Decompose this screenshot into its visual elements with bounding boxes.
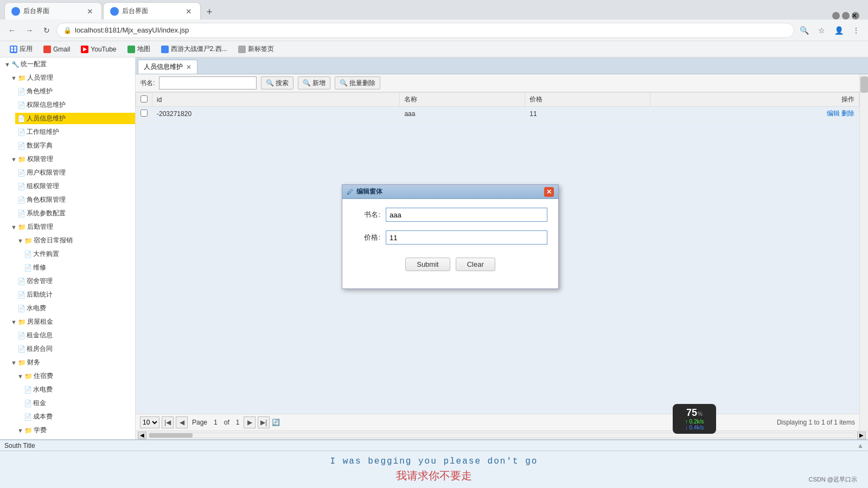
last-page-btn[interactable]: ▶| <box>258 416 270 428</box>
status-bar: South Title ▲ I was begging you please d… <box>0 439 868 488</box>
cell-id: -203271820 <box>152 107 400 121</box>
refresh-btn[interactable]: 🔄 <box>272 419 280 426</box>
sidebar-item-sys-params[interactable]: 📄 系统参数配置 <box>15 207 135 220</box>
sidebar-item-personnel-mgmt[interactable]: ▼ 📁 人员管理 <box>9 71 135 85</box>
select-all-checkbox[interactable] <box>141 95 148 102</box>
sidebar-group-personnel: ▼ 📁 人员管理 📄 角色维护 📄 <box>2 71 135 152</box>
delete-button[interactable]: 🔍 批量删除 <box>335 76 380 89</box>
browser-tab-2[interactable]: 后台界面 ✕ <box>103 2 201 20</box>
sidebar-item-tuition[interactable]: ▼ 📁 学费 <box>15 423 135 437</box>
search-input[interactable] <box>159 76 257 89</box>
sidebar-item-data-dict[interactable]: 📄 数据字典 <box>15 139 135 152</box>
nav-reload-button[interactable]: ↻ <box>39 23 54 38</box>
address-bar[interactable]: 🔒 localhost:8181/Mjx_easyUI/index.jsp <box>56 23 794 38</box>
nav-bookmark-button[interactable]: ☆ <box>814 23 829 38</box>
file-icon-18: 📄 <box>24 400 32 407</box>
sidebar-item-logistics[interactable]: ▼ 📁 后勤管理 <box>9 220 135 234</box>
delete-btn-label: 批量删除 <box>349 79 375 88</box>
status-collapse-btn[interactable]: ▲ <box>857 442 864 450</box>
page-size-select[interactable]: 10 20 50 <box>140 416 159 428</box>
search-button[interactable]: 🔍 搜索 <box>261 76 293 89</box>
upload-speed: ↑ 0.2k/s <box>685 419 704 425</box>
clear-button[interactable]: Clear <box>456 258 495 271</box>
nav-back-button[interactable]: ← <box>4 23 20 38</box>
sidebar-item-accommodation[interactable]: ▼ 📁 住宿费 <box>15 369 135 383</box>
row-checkbox[interactable] <box>141 110 148 117</box>
content-tab-personnel[interactable]: 人员信息维护 ✕ <box>138 60 197 74</box>
sidebar-item-rent-contract[interactable]: 📄 租房合同 <box>15 342 135 356</box>
modal-close-button[interactable]: ✕ <box>544 187 554 197</box>
browser-tab-1[interactable]: 后台界面 ✕ <box>4 2 102 20</box>
form-input-bookname[interactable] <box>386 208 547 222</box>
sidebar-item-workgroup-maint[interactable]: 📄 工作组维护 <box>15 125 135 139</box>
sidebar-item-unified[interactable]: ▼ 🔧 统一配置 <box>2 57 135 71</box>
bookmark-game-label: 西游大战僵尸2.西... <box>171 44 227 54</box>
sidebar: ▼ 🔧 统一配置 ▼ 📁 人员管理 📄 <box>0 57 136 439</box>
bookmark-newtab[interactable]: 新标签页 <box>235 43 277 55</box>
tab-close-2[interactable]: ✕ <box>184 7 194 16</box>
window-close[interactable]: ✕ <box>852 12 859 20</box>
vertical-scrollbar[interactable] <box>859 74 868 431</box>
gmail-icon <box>43 46 51 53</box>
sidebar-item-large-purchase[interactable]: 📄 大件购置 <box>22 247 135 261</box>
window-maximize[interactable] <box>842 12 850 20</box>
scroll-left-btn[interactable]: ◀ <box>138 432 146 439</box>
sidebar-item-user-perm[interactable]: 📄 用户权限管理 <box>15 166 135 179</box>
file-icon-9: 📄 <box>17 210 25 217</box>
bookmark-game[interactable]: 西游大战僵尸2.西... <box>158 43 231 55</box>
header-name: 名称 <box>400 93 525 107</box>
sidebar-item-repair[interactable]: 📄 维修 <box>22 261 135 274</box>
file-icon-5: 📄 <box>17 142 25 150</box>
file-icon-13: 📄 <box>17 291 25 299</box>
bookmark-gmail[interactable]: Gmail <box>40 44 73 54</box>
sidebar-item-logistics-stats[interactable]: 📄 后勤统计 <box>15 288 135 301</box>
prev-page-btn[interactable]: ◀ <box>176 416 188 428</box>
sidebar-item-permission-maint[interactable]: 📄 权限信息维护 <box>15 98 135 112</box>
next-page-btn[interactable]: ▶ <box>244 416 256 428</box>
sidebar-item-role-maint[interactable]: 📄 角色维护 <box>15 85 135 98</box>
sidebar-item-finance[interactable]: ▼ 📁 财务 <box>9 356 135 369</box>
search-btn-label: 搜索 <box>276 79 289 88</box>
bookmark-maps[interactable]: 地图 <box>124 43 154 55</box>
submit-button[interactable]: Submit <box>405 258 450 271</box>
horizontal-scrollbar[interactable]: ◀ ▶ <box>136 431 868 439</box>
sidebar-item-role-perm[interactable]: 📄 角色权限管理 <box>15 193 135 207</box>
sidebar-item-rent-info[interactable]: 📄 租金信息 <box>15 329 135 342</box>
sidebar-item-perm-mgmt[interactable]: ▼ 📁 权限管理 <box>9 152 135 166</box>
sidebar-item-dorm-daily[interactable]: ▼ 📁 宿舍日常报销 <box>15 234 135 247</box>
bookmark-apps[interactable]: 应用 <box>7 43 36 55</box>
scroll-track[interactable] <box>149 433 855 438</box>
bookmark-youtube[interactable]: YouTube <box>78 44 119 54</box>
scroll-right-btn[interactable]: ▶ <box>857 432 866 439</box>
window-minimize[interactable] <box>832 12 840 20</box>
folder-logistics-icon: 📁 <box>18 223 26 231</box>
sidebar-item-rent-fee[interactable]: 📄 租金 <box>22 396 135 410</box>
total-pages: 1 <box>236 419 240 426</box>
sidebar-item-water-elec-2[interactable]: 📄 水电费 <box>22 383 135 396</box>
dorm-daily-children: 📄 大件购置 📄 维修 <box>15 247 135 274</box>
new-tab-button[interactable]: + <box>202 4 217 20</box>
sidebar-item-personnel-maint[interactable]: 📄 人员信息维护 <box>15 112 135 125</box>
tab-close-1[interactable]: ✕ <box>85 7 95 16</box>
add-button[interactable]: 🔍 新增 <box>298 76 330 89</box>
sidebar-item-water-electric[interactable]: 📄 水电费 <box>15 301 135 315</box>
nav-search-button[interactable]: 🔍 <box>796 23 812 38</box>
nav-forward-button[interactable]: → <box>22 23 37 38</box>
scrollbar-thumb-v[interactable] <box>860 76 868 93</box>
nav-menu-button[interactable]: ⋮ <box>848 23 864 38</box>
folder-rent-icon: 📁 <box>18 318 26 326</box>
content-tab-close[interactable]: ✕ <box>186 63 192 71</box>
speed-widget: 75 % ↑ 0.2k/s ↓ 0.4k/s <box>673 404 716 434</box>
delete-link[interactable]: 删除 <box>841 110 854 117</box>
sidebar-label-rent-fee: 租金 <box>33 399 46 408</box>
sidebar-item-group-perm[interactable]: 📄 组权限管理 <box>15 179 135 193</box>
scroll-thumb-h[interactable] <box>149 433 193 438</box>
tab-title-1: 后台界面 <box>23 7 49 16</box>
sidebar-item-rent[interactable]: ▼ 📁 房屋租金 <box>9 315 135 329</box>
first-page-btn[interactable]: |◀ <box>162 416 174 428</box>
edit-link[interactable]: 编辑 <box>827 110 840 117</box>
sidebar-item-cost-fee[interactable]: 📄 成本费 <box>22 410 135 423</box>
sidebar-item-dorm-mgmt[interactable]: 📄 宿舍管理 <box>15 274 135 288</box>
nav-profile-button[interactable]: 👤 <box>831 23 846 38</box>
form-input-price[interactable] <box>386 230 547 245</box>
